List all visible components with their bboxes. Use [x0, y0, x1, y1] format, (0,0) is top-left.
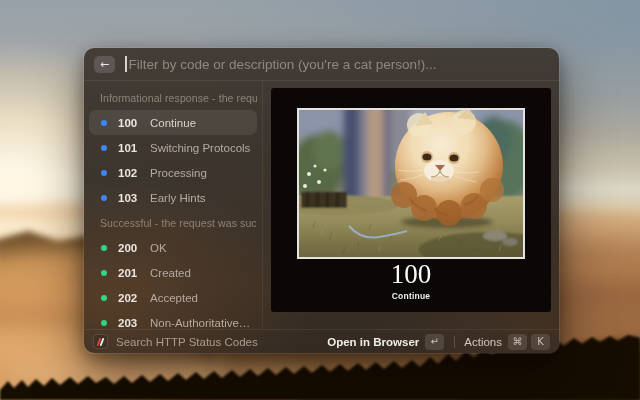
- cat-photo-art: [299, 110, 523, 257]
- cat-photo: [297, 108, 525, 259]
- item-label: OK: [150, 242, 167, 254]
- item-label: Processing: [150, 167, 207, 179]
- list-item-201[interactable]: 201 Created: [89, 260, 257, 285]
- status-dot-icon: [101, 295, 107, 301]
- list-item-102[interactable]: 102 Processing: [89, 160, 257, 185]
- list-item-202[interactable]: 202 Accepted: [89, 285, 257, 310]
- list-item-100[interactable]: 100 Continue: [89, 110, 257, 135]
- return-key-icon: ↵: [425, 334, 444, 350]
- status-dot-icon: [101, 170, 107, 176]
- item-label: Continue: [150, 117, 196, 129]
- item-label: Early Hints: [150, 192, 206, 204]
- status-dot-icon: [101, 195, 107, 201]
- status-dot-icon: [101, 320, 107, 326]
- section-header-successful: Successful - the request was successf...: [89, 210, 257, 235]
- item-code: 102: [118, 167, 143, 179]
- status-dot-icon: [101, 270, 107, 276]
- item-label: Created: [150, 267, 191, 279]
- section-header-informational: Informational response - the request w..…: [89, 85, 257, 110]
- poster-status-caption: Continue: [271, 291, 551, 301]
- search-bar: ←: [84, 48, 559, 81]
- back-button[interactable]: ←: [94, 56, 115, 73]
- search-input[interactable]: [129, 57, 548, 72]
- item-code: 200: [118, 242, 143, 254]
- desktop: ← Informational response - the request w…: [0, 0, 640, 400]
- item-label: Accepted: [150, 292, 198, 304]
- open-in-browser-action[interactable]: Open in Browser: [327, 336, 419, 348]
- cmd-key-icon: ⌘: [508, 334, 527, 350]
- item-code: 202: [118, 292, 143, 304]
- list-item-203[interactable]: 203 Non-Authoritative Informa...: [89, 310, 257, 329]
- status-dot-icon: [101, 245, 107, 251]
- item-code: 101: [118, 142, 143, 154]
- status-dot-icon: [101, 145, 107, 151]
- poster-status-code: 100: [271, 260, 551, 288]
- footer-divider: [454, 336, 455, 348]
- text-caret: [125, 56, 127, 72]
- list-item-200[interactable]: 200 OK: [89, 235, 257, 260]
- actions-menu-button[interactable]: Actions: [464, 336, 502, 348]
- http-cat-poster: 100 Continue: [271, 88, 551, 312]
- footer-bar: Search HTTP Status Codes Open in Browser…: [84, 329, 559, 353]
- footer-command-title: Search HTTP Status Codes: [116, 336, 258, 348]
- item-label: Non-Authoritative Informa...: [150, 317, 251, 329]
- status-code-list: Informational response - the request w..…: [84, 81, 263, 329]
- item-code: 103: [118, 192, 143, 204]
- item-label: Switching Protocols: [150, 142, 250, 154]
- item-code: 203: [118, 317, 143, 329]
- launcher-window: ← Informational response - the request w…: [84, 48, 559, 353]
- list-item-101[interactable]: 101 Switching Protocols: [89, 135, 257, 160]
- content-area: Informational response - the request w..…: [84, 81, 559, 329]
- status-dot-icon: [101, 120, 107, 126]
- detail-panel: 100 Continue: [263, 81, 559, 329]
- item-code: 100: [118, 117, 143, 129]
- item-code: 201: [118, 267, 143, 279]
- extension-icon: [93, 334, 108, 349]
- list-item-103[interactable]: 103 Early Hints: [89, 185, 257, 210]
- k-key-icon: K: [531, 334, 550, 350]
